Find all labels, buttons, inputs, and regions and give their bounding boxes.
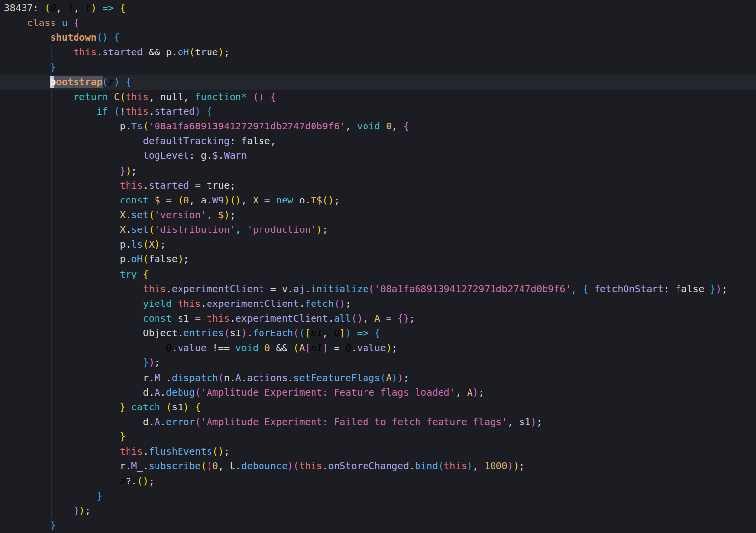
code-line[interactable]: logLevel: g.$.Warn (0, 149, 756, 163)
code-token: actions (247, 372, 287, 383)
code-line[interactable]: this.started = true; (0, 178, 756, 193)
code-token: dispatch (172, 372, 218, 383)
code-token: this (299, 460, 322, 472)
code-token: , (74, 2, 85, 14)
code-token: ; (160, 239, 166, 250)
indent (4, 62, 50, 73)
code-line[interactable]: }); (0, 355, 756, 370)
code-token: { (143, 269, 149, 280)
code-token: ( (143, 121, 149, 132)
code-token: , (391, 121, 403, 132)
code-token: p. (166, 47, 178, 58)
code-line[interactable]: return C(this, null, function* () { (0, 90, 756, 104)
code-line[interactable]: defaultTracking: false, (0, 134, 756, 149)
code-token: this (126, 91, 149, 102)
code-token: , (207, 209, 218, 221)
code-token (68, 17, 74, 28)
code-line[interactable]: X.set('distribution', 'production'); (0, 223, 756, 237)
code-token: void (235, 342, 259, 354)
code-token: ( (45, 2, 51, 14)
code-line[interactable]: const s1 = this.experimentClient.all(), … (0, 311, 756, 326)
code-token: error (166, 416, 195, 428)
code-token: oH (178, 47, 189, 58)
code-line[interactable]: d.A.error('Amplitude Experiment: Failed … (0, 415, 756, 430)
code-editor[interactable]: 38437: (O, l, t) => { class u { shutdown… (0, 0, 756, 533)
code-token: $ (155, 195, 160, 206)
code-token: M_ (131, 460, 143, 472)
code-token: ( (201, 460, 207, 472)
code-token: ( (143, 254, 149, 265)
code-line[interactable]: class u { (0, 16, 756, 30)
code-line[interactable]: p.ls(X); (0, 237, 756, 252)
code-token: ) (126, 165, 131, 177)
code-token: this (74, 47, 97, 58)
code-token: ( (195, 416, 201, 428)
code-line[interactable]: } (0, 60, 756, 75)
code-line[interactable]: Q.value !== void 0 && (A[n1] = Q.value); (0, 341, 756, 355)
code-token: $ (218, 209, 224, 221)
code-token: new (276, 195, 293, 206)
code-token: Q (334, 328, 339, 339)
code-line[interactable]: shutdown() { (0, 30, 756, 45)
code-line[interactable]: try { (0, 267, 756, 282)
code-line[interactable]: this.experimentClient = v.aj.initialize(… (0, 282, 756, 297)
code-token: ) (507, 460, 513, 472)
code-token: } (50, 62, 56, 73)
code-token: entries (183, 328, 224, 339)
indent (4, 446, 120, 457)
text-cursor: b (50, 76, 56, 88)
code-line[interactable]: r.M_.subscribe((0, L.debounce)(this.onSt… (0, 459, 756, 474)
code-line-current[interactable]: bootstrap(z) { (0, 75, 756, 90)
code-token: try (120, 269, 137, 280)
code-line[interactable]: r.M_.dispatch(n.A.actions.setFeatureFlag… (0, 371, 756, 385)
code-token: ) (467, 460, 473, 472)
code-line[interactable]: if (!this.started) { (0, 104, 756, 119)
indent (4, 328, 143, 339)
code-line[interactable]: this.started && p.oH(true); (0, 45, 756, 60)
code-token: 38437: (4, 2, 39, 14)
code-token: A (155, 416, 160, 428)
code-token: ; (224, 446, 230, 457)
code-token: => (357, 328, 369, 339)
code-token: = (380, 313, 397, 324)
code-line[interactable]: }); (0, 504, 756, 518)
code-token (108, 32, 114, 43)
code-token: d. (143, 387, 155, 398)
code-token: l (68, 2, 74, 14)
code-line[interactable]: } (0, 430, 756, 444)
indent (4, 47, 74, 58)
code-token: ) (716, 283, 722, 295)
code-token: ) (316, 224, 322, 235)
code-line[interactable]: } catch (s1) { (0, 400, 756, 415)
code-token: ; (391, 342, 397, 354)
code-token: ) (79, 505, 85, 516)
code-line[interactable]: }); (0, 164, 756, 178)
indent (4, 106, 97, 117)
code-token (351, 328, 357, 339)
code-token: ; (183, 254, 189, 265)
code-line[interactable]: } (0, 489, 756, 504)
code-token: experimentClient (172, 283, 264, 295)
code-token: catch (131, 402, 160, 413)
indent (4, 121, 120, 132)
code-line[interactable]: Object.entries(s1).forEach(([n1, Q]) => … (0, 326, 756, 341)
code-token: } (120, 431, 126, 442)
code-line[interactable]: } (0, 518, 756, 533)
code-line[interactable]: p.Ts('08a1fa68913941272971db2747d0b9f6',… (0, 119, 756, 134)
code-token: . (218, 150, 224, 161)
indent (4, 357, 143, 368)
code-token: { (120, 2, 126, 14)
code-line[interactable]: const $ = (0, a.W9)(), X = new o.T$(); (0, 193, 756, 208)
code-line[interactable]: this.flushEvents(); (0, 444, 756, 459)
code-token: ( (293, 328, 299, 339)
code-line[interactable]: yield this.experimentClient.fetch(); (0, 297, 756, 311)
code-token: flushEvents (149, 446, 212, 457)
code-line[interactable]: p.oH(false); (0, 252, 756, 267)
code-line[interactable]: d.A.debug('Amplitude Experiment: Feature… (0, 385, 756, 400)
code-token: ) (513, 460, 519, 472)
code-token: Warn (224, 150, 247, 161)
code-line[interactable]: z?.(); (0, 474, 756, 489)
code-line[interactable]: X.set('version', $); (0, 208, 756, 223)
code-token (108, 106, 114, 117)
code-line[interactable]: 38437: (O, l, t) => { (0, 1, 756, 16)
